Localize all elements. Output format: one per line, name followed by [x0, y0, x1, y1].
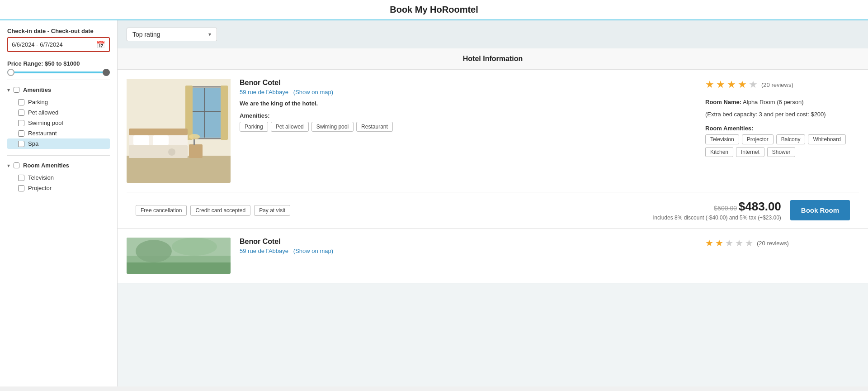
hotel-info-header: Hotel Information: [118, 48, 868, 70]
star-4: ★: [738, 79, 747, 91]
star2-5: ★: [745, 238, 753, 248]
hotel-right-panel-1: ★ ★ ★ ★ ★ (20 reviews) Room Name: Alpha …: [705, 79, 859, 183]
svg-rect-22: [127, 262, 231, 274]
restaurant-checkbox[interactable]: [18, 130, 24, 137]
calendar-icon: 📅: [96, 40, 105, 49]
hotel-address-link-2[interactable]: 59 rue de l'Abbaye: [240, 248, 288, 254]
divider-2: [7, 155, 110, 156]
amenity-swiming-pool[interactable]: Swiming pool: [7, 118, 110, 128]
amenity-restaurant[interactable]: Restaurant: [7, 128, 110, 138]
parking-checkbox[interactable]: [18, 99, 24, 105]
room-name-value: Alpha Room (6 person): [743, 99, 803, 105]
television-checkbox[interactable]: [18, 175, 24, 181]
pet-allowed-checkbox[interactable]: [18, 110, 24, 116]
svg-rect-4: [204, 88, 205, 138]
room-tag-balcony: Balcony: [776, 134, 806, 144]
hotel-map-link-1[interactable]: (Show on map): [293, 89, 333, 95]
amenity-tag-swiming-pool: Swiming pool: [311, 122, 354, 132]
price-slider[interactable]: [7, 72, 110, 73]
hotel-image-1: [127, 79, 231, 183]
spa-label: Spa: [28, 140, 38, 147]
svg-rect-2: [127, 156, 231, 183]
svg-rect-5: [190, 111, 222, 112]
policy-credit-card: Credit card accepted: [190, 205, 250, 216]
policy-pay-at-visit: Pay at visit: [254, 205, 290, 216]
room-tag-television: Television: [705, 134, 739, 144]
pet-allowed-label: Pet allowed: [28, 109, 58, 116]
booking-policies-1: Free cancellation Credit card accepted P…: [136, 205, 290, 216]
parking-label: Parking: [28, 99, 48, 105]
sidebar: Check-in date - Check-out date 6/6/2024 …: [0, 20, 118, 386]
star2-3: ★: [725, 238, 733, 248]
sort-arrow-icon: ▾: [208, 31, 211, 38]
hotel-details-1: Benor Cotel 59 rue de l'Abbaye (Show on …: [240, 79, 696, 183]
room-amenities-filter: ▾ Room Amenities Television Projector: [7, 162, 110, 193]
star-3: ★: [727, 79, 736, 91]
sort-dropdown[interactable]: Top rating ▾: [127, 28, 217, 41]
booking-footer-1: Free cancellation Credit card accepted P…: [127, 192, 859, 228]
hotel-map-link-2[interactable]: (Show on map): [293, 248, 333, 254]
room-amenities-master-checkbox[interactable]: [14, 162, 19, 168]
amenity-pet-allowed[interactable]: Pet allowed: [7, 107, 110, 118]
date-label: Check-in date - Check-out date: [7, 28, 110, 34]
reviews-count-2: (20 reviews): [757, 240, 789, 247]
amenities-label: Amenities: [23, 86, 51, 93]
amenities-section-label-1: Amenities:: [240, 112, 692, 119]
star2-4: ★: [735, 238, 743, 248]
amenity-tag-restaurant: Restaurant: [356, 122, 393, 132]
stars-row-1: ★ ★ ★ ★ ★ (20 reviews): [705, 79, 859, 91]
swiming-pool-label: Swiming pool: [28, 119, 63, 126]
projector-checkbox[interactable]: [18, 185, 24, 191]
swiming-pool-checkbox[interactable]: [18, 120, 24, 126]
room-amenities-label: Room Amenities: [23, 162, 69, 169]
book-room-button-1[interactable]: Book Room: [790, 200, 850, 220]
policy-free-cancellation: Free cancellation: [136, 205, 187, 216]
app-header: Book My HoRoomtel: [0, 0, 868, 20]
room-tag-whiteboard: Whiteboard: [808, 134, 845, 144]
television-label: Television: [28, 174, 54, 181]
room-tag-shower: Shower: [767, 147, 796, 157]
projector-label: Projector: [28, 185, 52, 191]
amenities-header[interactable]: ▾ Amenities: [7, 86, 110, 93]
amenity-tags-1: Parking Pet allowed Swiming pool Restaur…: [240, 122, 692, 132]
svg-point-17: [168, 148, 175, 156]
date-value: 6/6/2024 - 6/7/2024: [12, 41, 63, 48]
pricing-section-1: $500.00 $483.00 includes 8% discount (-$…: [653, 200, 781, 221]
room-amenity-projector[interactable]: Projector: [7, 183, 110, 193]
svg-point-20: [136, 240, 172, 262]
reviews-count-1: (20 reviews): [761, 81, 793, 88]
hotel-name-1: Benor Cotel: [240, 79, 692, 87]
price-range-label: Price Range: $50 to $1000: [7, 60, 110, 67]
amenities-master-checkbox[interactable]: [14, 87, 19, 93]
sort-label: Top rating: [132, 31, 160, 38]
discount-info-1: includes 8% discount (-$40.00) and 5% ta…: [653, 215, 781, 221]
svg-rect-14: [189, 144, 203, 158]
room-tag-internet: Internet: [736, 147, 764, 157]
hotel-name-2: Benor Cotel: [240, 238, 692, 246]
room-amenities-header[interactable]: ▾ Room Amenities: [7, 162, 110, 169]
svg-rect-13: [129, 129, 188, 135]
room-tag-projector: Projector: [742, 134, 774, 144]
room-amenities-section-label-1: Room Amenities:: [705, 125, 859, 132]
svg-point-21: [172, 238, 217, 256]
room-amenities-collapse-icon: ▾: [7, 162, 10, 169]
amenity-spa[interactable]: Spa: [7, 138, 110, 149]
room-amenity-television[interactable]: Television: [7, 172, 110, 183]
star-2: ★: [716, 79, 725, 91]
date-input[interactable]: 6/6/2024 - 6/7/2024 📅: [7, 37, 110, 52]
hotel-address-2: 59 rue de l'Abbaye (Show on map): [240, 248, 692, 254]
svg-rect-11: [153, 135, 169, 145]
amenity-parking[interactable]: Parking: [7, 97, 110, 107]
hotel-right-panel-2: ★ ★ ★ ★ ★ (20 reviews): [705, 238, 859, 265]
star-1: ★: [705, 79, 714, 91]
spa-checkbox[interactable]: [18, 141, 24, 147]
hotel-address-link-1[interactable]: 59 rue de l'Abbaye: [240, 89, 288, 95]
star-5: ★: [749, 79, 758, 91]
svg-rect-12: [129, 145, 188, 158]
hotel-card-2: Benor Cotel 59 rue de l'Abbaye (Show on …: [118, 229, 868, 283]
hotel-card-1: Benor Cotel 59 rue de l'Abbaye (Show on …: [118, 70, 868, 229]
hotel-details-2: Benor Cotel 59 rue de l'Abbaye (Show on …: [240, 238, 696, 265]
svg-point-16: [189, 134, 200, 139]
hotel-description-1: We are the king of the hotel.: [240, 100, 692, 107]
content-area: Top rating ▾ Hotel Information: [118, 20, 868, 386]
